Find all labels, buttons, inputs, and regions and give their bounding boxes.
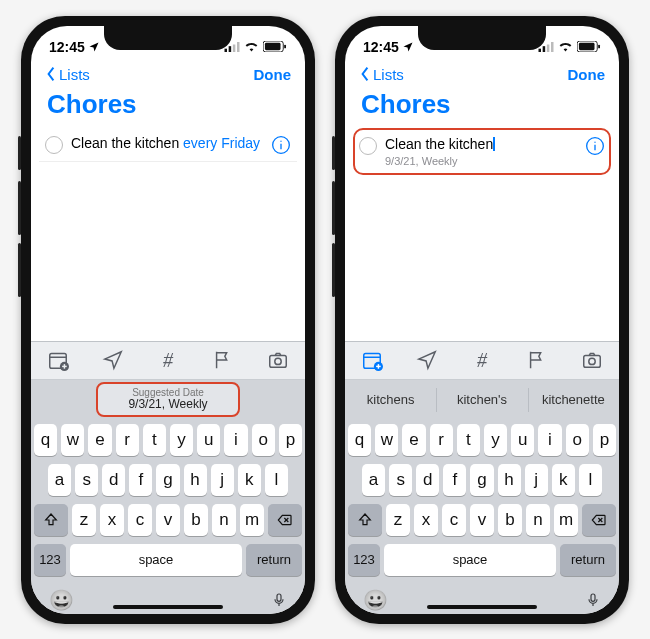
key-r[interactable]: r — [116, 424, 139, 456]
shift-key[interactable] — [34, 504, 68, 536]
key-i[interactable]: i — [538, 424, 561, 456]
key-p[interactable]: p — [279, 424, 302, 456]
key-g[interactable]: g — [156, 464, 179, 496]
key-d[interactable]: d — [416, 464, 439, 496]
info-button[interactable] — [271, 135, 291, 155]
key-b[interactable]: b — [184, 504, 208, 536]
svg-rect-5 — [265, 43, 281, 50]
key-z[interactable]: z — [72, 504, 96, 536]
backspace-key[interactable] — [582, 504, 616, 536]
return-key[interactable]: return — [560, 544, 616, 576]
key-b[interactable]: b — [498, 504, 522, 536]
key-row-2: asdfghjkl — [348, 464, 616, 496]
key-m[interactable]: m — [240, 504, 264, 536]
key-c[interactable]: c — [442, 504, 466, 536]
home-indicator[interactable] — [427, 605, 537, 609]
info-button[interactable] — [585, 136, 605, 156]
flag-icon[interactable] — [212, 349, 234, 371]
key-t[interactable]: t — [143, 424, 166, 456]
key-x[interactable]: x — [414, 504, 438, 536]
key-a[interactable]: a — [48, 464, 71, 496]
key-f[interactable]: f — [129, 464, 152, 496]
camera-icon[interactable] — [267, 349, 289, 371]
emoji-key[interactable]: 😀 — [49, 588, 74, 612]
key-k[interactable]: k — [552, 464, 575, 496]
key-p[interactable]: p — [593, 424, 616, 456]
key-d[interactable]: d — [102, 464, 125, 496]
key-u[interactable]: u — [197, 424, 220, 456]
shift-key[interactable] — [348, 504, 382, 536]
key-row-4: 123 space return — [34, 544, 302, 576]
space-key[interactable]: space — [70, 544, 242, 576]
done-button[interactable]: Done — [254, 66, 292, 83]
return-key[interactable]: return — [246, 544, 302, 576]
complete-toggle[interactable] — [45, 136, 63, 154]
key-a[interactable]: a — [362, 464, 385, 496]
key-t[interactable]: t — [457, 424, 480, 456]
key-q[interactable]: q — [34, 424, 57, 456]
reminder-text-field[interactable]: Clean the kitchen 9/3/21, Weekly — [385, 135, 577, 168]
back-button[interactable]: Lists — [45, 66, 90, 83]
complete-toggle[interactable] — [359, 137, 377, 155]
flag-icon[interactable] — [526, 349, 548, 371]
numbers-key[interactable]: 123 — [34, 544, 66, 576]
prediction-1[interactable]: kitchens — [345, 380, 436, 420]
back-button[interactable]: Lists — [359, 66, 404, 83]
key-z[interactable]: z — [386, 504, 410, 536]
key-n[interactable]: n — [212, 504, 236, 536]
camera-icon[interactable] — [581, 349, 603, 371]
key-u[interactable]: u — [511, 424, 534, 456]
key-x[interactable]: x — [100, 504, 124, 536]
key-w[interactable]: w — [61, 424, 84, 456]
suggested-date-pill[interactable]: Suggested Date 9/3/21, Weekly — [96, 382, 239, 417]
key-j[interactable]: j — [525, 464, 548, 496]
key-y[interactable]: y — [484, 424, 507, 456]
prediction-3[interactable]: kitchenette — [528, 380, 619, 420]
key-v[interactable]: v — [470, 504, 494, 536]
key-l[interactable]: l — [265, 464, 288, 496]
key-l[interactable]: l — [579, 464, 602, 496]
mic-key[interactable] — [585, 590, 601, 610]
done-button[interactable]: Done — [568, 66, 606, 83]
key-g[interactable]: g — [470, 464, 493, 496]
mic-key[interactable] — [271, 590, 287, 610]
key-e[interactable]: e — [402, 424, 425, 456]
key-i[interactable]: i — [224, 424, 247, 456]
reminder-row[interactable]: Clean the kitchen 9/3/21, Weekly — [353, 128, 611, 175]
hash-icon[interactable]: # — [471, 349, 493, 371]
key-n[interactable]: n — [526, 504, 550, 536]
key-f[interactable]: f — [443, 464, 466, 496]
back-label: Lists — [59, 66, 90, 83]
svg-rect-1 — [229, 46, 232, 52]
calendar-add-icon[interactable] — [361, 349, 383, 371]
key-k[interactable]: k — [238, 464, 261, 496]
key-h[interactable]: h — [184, 464, 207, 496]
key-j[interactable]: j — [211, 464, 234, 496]
emoji-key[interactable]: 😀 — [363, 588, 388, 612]
key-r[interactable]: r — [430, 424, 453, 456]
hash-icon[interactable]: # — [157, 349, 179, 371]
key-o[interactable]: o — [252, 424, 275, 456]
home-indicator[interactable] — [113, 605, 223, 609]
key-m[interactable]: m — [554, 504, 578, 536]
key-s[interactable]: s — [389, 464, 412, 496]
key-w[interactable]: w — [375, 424, 398, 456]
reminder-row[interactable]: Clean the kitchen every Friday — [39, 128, 297, 162]
back-label: Lists — [373, 66, 404, 83]
backspace-key[interactable] — [268, 504, 302, 536]
key-e[interactable]: e — [88, 424, 111, 456]
prediction-2[interactable]: kitchen's — [436, 380, 527, 420]
location-arrow-icon[interactable] — [102, 349, 124, 371]
numbers-key[interactable]: 123 — [348, 544, 380, 576]
key-q[interactable]: q — [348, 424, 371, 456]
key-v[interactable]: v — [156, 504, 180, 536]
key-s[interactable]: s — [75, 464, 98, 496]
reminder-text-field[interactable]: Clean the kitchen every Friday — [71, 134, 263, 152]
calendar-add-icon[interactable] — [47, 349, 69, 371]
key-h[interactable]: h — [498, 464, 521, 496]
location-arrow-icon[interactable] — [416, 349, 438, 371]
key-c[interactable]: c — [128, 504, 152, 536]
key-y[interactable]: y — [170, 424, 193, 456]
space-key[interactable]: space — [384, 544, 556, 576]
key-o[interactable]: o — [566, 424, 589, 456]
